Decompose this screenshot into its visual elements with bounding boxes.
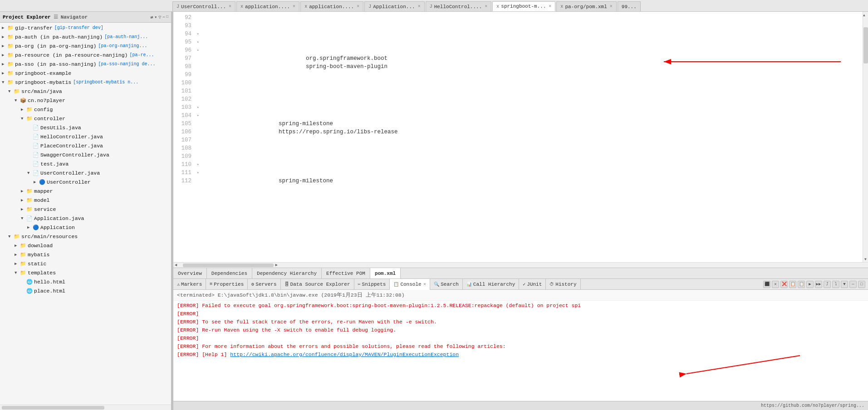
editor-horizontal-scrollbar[interactable]: ◄ ► — [173, 262, 868, 268]
tree-arrow-icon[interactable]: ▶ — [21, 106, 25, 114]
tree-arrow-icon[interactable]: ▶ — [2, 42, 6, 50]
tree-item-src-main-resources[interactable]: ▼📁src/main/resources — [0, 232, 171, 241]
console-tab-close-icon[interactable]: × — [423, 282, 427, 287]
tree-arrow-icon[interactable]: ▼ — [21, 115, 25, 123]
tree-item-pa-org[interactable]: ▶📁pa-org (in pa-org-nanjing) [pa-org-nan… — [0, 42, 171, 51]
tree-item-gip-transfer[interactable]: ▶📁gip-transfer [gip-transfer dev] — [0, 24, 171, 33]
expand-arrow-icon[interactable]: ▸ — [197, 38, 199, 46]
console-ctrl-btn-3[interactable]: ❌ — [780, 281, 788, 288]
tree-arrow-icon[interactable]: ▶ — [2, 69, 6, 78]
tree-arrow-icon[interactable]: ▶ — [2, 60, 6, 68]
tree-arrow-icon[interactable]: ▼ — [27, 169, 32, 177]
console-ctrl-btn-1[interactable]: ⬛ — [763, 281, 770, 288]
collapse-icon[interactable]: ▾ — [154, 15, 157, 20]
settings-icon[interactable]: ▽ — [158, 15, 161, 20]
tree-item-place-html[interactable]: 🌐place.html — [0, 287, 171, 296]
console-ctrl-btn-4[interactable]: 📋 — [789, 281, 796, 288]
console-tab-servers[interactable]: ⚙ Servers — [248, 279, 280, 290]
h-scroll-left-icon[interactable]: ◄ — [173, 263, 178, 268]
h-scroll-right-icon[interactable]: ► — [274, 263, 279, 268]
expand-arrow-icon[interactable]: ▸ — [197, 161, 199, 169]
tab-close-icon[interactable]: × — [293, 4, 295, 9]
console-tab-properties[interactable]: ≡ Properties — [206, 279, 248, 290]
tree-arrow-icon[interactable]: ▶ — [21, 196, 25, 205]
console-content[interactable]: [ERROR] Failed to execute goal org.sprin… — [173, 301, 868, 401]
tree-item-springboot-mybatis[interactable]: ▼📁springboot-mybatis [springboot-mybatis… — [0, 78, 171, 87]
tree-item-mybatis[interactable]: ▶📁mybatis — [0, 250, 171, 259]
console-tab-console[interactable]: 📋 Console × — [390, 279, 430, 290]
tree-item-test[interactable]: 📄test.java — [0, 160, 171, 169]
tab-dependencies[interactable]: Dependencies — [207, 268, 252, 279]
tree-item-pa-resource[interactable]: ▶📁pa-resource (in pa-resource-nanjing) [… — [0, 51, 171, 60]
tree-item-DesUtils[interactable]: 📄DesUtils.java — [0, 123, 171, 132]
tab-pom-xml[interactable]: pom.xml — [370, 268, 401, 279]
tree-item-service[interactable]: ▶📁service — [0, 205, 171, 214]
console-tab-data-source[interactable]: 🗄 Data Source Explorer — [281, 279, 354, 290]
tree-arrow-icon[interactable]: ▶ — [21, 187, 25, 195]
minimize-console-btn[interactable]: — — [849, 281, 857, 288]
maximize-console-btn[interactable]: □ — [858, 281, 865, 288]
tree-arrow-icon[interactable]: ▼ — [8, 233, 13, 241]
tree-arrow-icon[interactable]: ▶ — [15, 242, 19, 250]
scroll-up-icon[interactable]: ▲ — [863, 12, 865, 18]
tab-hellocontroller[interactable]: J HelloControl.... × — [426, 1, 492, 11]
console-ctrl-btn-2[interactable]: ✕ — [772, 281, 779, 288]
tree-arrow-icon[interactable]: ▶ — [27, 224, 32, 232]
left-panel-horizontal-scrollbar[interactable] — [0, 405, 171, 410]
tab-overflow[interactable]: 99... — [618, 1, 641, 11]
tree-item-UserControllerClass[interactable]: ▶🔵UserController — [0, 178, 171, 187]
tree-item-pa-auth[interactable]: ▶📁pa-auth (in pa-auth-nanjing) [pa-auth-… — [0, 33, 171, 42]
expand-arrow-icon[interactable]: ▸ — [197, 30, 199, 38]
tab-pa-org-pom[interactable]: x pa-org/pom.xml × — [556, 1, 616, 11]
tab-dependency-hierarchy[interactable]: Dependency Hierarchy — [252, 268, 322, 279]
console-tab-markers[interactable]: ⚠ Markers — [173, 279, 206, 290]
tree-item-pa-sso[interactable]: ▶📁pa-sso (in pa-sso-nanjing) [pa-sso-nan… — [0, 60, 171, 69]
tree-item-hello-html[interactable]: 🌐hello.html — [0, 278, 171, 287]
tree-arrow-icon[interactable]: ▶ — [15, 260, 19, 268]
console-ctrl-btn-5[interactable]: 📋 — [798, 281, 805, 288]
console-ctrl-btn-8[interactable]: ⤴ — [824, 281, 831, 288]
tree-arrow-icon[interactable]: ▼ — [15, 97, 19, 105]
tree-arrow-icon[interactable]: ▶ — [2, 33, 6, 41]
console-tab-call-hierarchy[interactable]: 📊 Call Hierarchy — [463, 279, 519, 290]
tab-close-icon[interactable]: × — [418, 4, 421, 9]
code-content[interactable]: 929394▸ 95▸ 96▸ 97 org.springframework.b… — [173, 12, 863, 262]
expand-arrow-icon[interactable]: ▸ — [197, 112, 199, 120]
console-tab-junit[interactable]: ✓ JUnit — [519, 279, 546, 290]
editor-vertical-scrollbar[interactable]: ▲ ▼ — [863, 12, 868, 262]
tab-overview[interactable]: Overview — [173, 268, 207, 279]
tab-application2[interactable]: x application.... × — [300, 1, 363, 11]
minimize-icon[interactable]: — — [162, 15, 165, 20]
tree-item-springboot-example[interactable]: ▶📁springboot-example — [0, 69, 171, 78]
tree-item-PlaceController[interactable]: 📄PlaceController.java — [0, 142, 171, 151]
tab-effective-pom[interactable]: Effective POM — [322, 268, 370, 279]
tree-item-cn-no7player[interactable]: ▼📦cn.no7player — [0, 96, 171, 105]
tab-springboot-mybatis[interactable]: x springboot-m... × — [492, 1, 555, 11]
expand-arrow-icon[interactable]: ▸ — [197, 103, 199, 112]
maximize-icon[interactable]: □ — [166, 15, 168, 20]
scroll-down-icon[interactable]: ▼ — [863, 256, 868, 262]
console-tab-snippets[interactable]: ✂ Snippets — [354, 279, 390, 290]
tree-arrow-icon[interactable]: ▶ — [21, 205, 25, 214]
tree-arrow-icon[interactable]: ▶ — [15, 251, 19, 259]
tab-application1[interactable]: x application.... × — [236, 1, 299, 11]
tab-usercontroller[interactable]: J UserControll... × — [172, 1, 235, 11]
tree-item-download[interactable]: ▶📁download — [0, 241, 171, 250]
sync-icon[interactable]: ⇄ — [150, 15, 153, 20]
tree-item-model[interactable]: ▶📁model — [0, 196, 171, 205]
console-ctrl-btn-6[interactable]: ▶ — [806, 281, 814, 288]
tree-item-templates[interactable]: ▼📁templates — [0, 268, 171, 278]
tree-arrow-icon[interactable]: ▼ — [21, 215, 25, 223]
tree-arrow-icon[interactable]: ▶ — [34, 178, 38, 186]
tree-arrow-icon[interactable]: ▶ — [2, 24, 6, 32]
tab-close-icon[interactable]: × — [357, 4, 359, 9]
tree-arrow-icon[interactable]: ▼ — [2, 78, 6, 87]
tab-application3[interactable]: J Application... × — [364, 1, 424, 11]
tree-item-mapper[interactable]: ▶📁mapper — [0, 187, 171, 196]
console-ctrl-btn-7[interactable]: ▶▶ — [815, 281, 822, 288]
tree-arrow-icon[interactable]: ▶ — [2, 51, 6, 59]
tree-item-config[interactable]: ▶📁config — [0, 105, 171, 114]
console-ctrl-btn-9[interactable]: ⤵ — [832, 281, 839, 288]
console-tab-history[interactable]: ⏱ History — [546, 279, 580, 290]
expand-arrow-icon[interactable]: ▸ — [197, 169, 199, 177]
